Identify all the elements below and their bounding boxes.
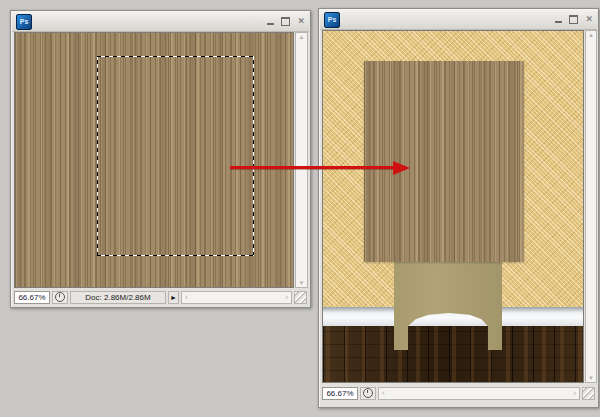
right-vertical-scrollbar[interactable]: ▲ ▼ [585, 30, 597, 383]
scroll-up-icon[interactable]: ▲ [298, 33, 306, 41]
left-titlebar[interactable]: Ps ✕ [12, 12, 309, 32]
minimize-icon[interactable] [267, 23, 274, 25]
scroll-left-icon[interactable]: ‹ [184, 292, 189, 303]
scroll-down-icon[interactable]: ▼ [298, 279, 306, 287]
right-statusbar: 66.67% ‹ › [320, 385, 597, 401]
right-titlebar[interactable]: Ps ✕ [320, 10, 597, 30]
left-vertical-scrollbar[interactable]: ▲ ▼ [295, 32, 308, 288]
clock-icon [363, 388, 373, 398]
app-logo-icon: Ps [16, 14, 32, 30]
source-texture-window: Ps ✕ ▲ ▼ 66.67% Doc: 2.86M/2.86M ► ‹ [10, 10, 311, 308]
wood-floor [323, 326, 584, 383]
resize-grip[interactable] [294, 291, 307, 304]
scroll-right-icon[interactable]: › [284, 292, 289, 303]
selection-marquee[interactable] [97, 56, 254, 256]
arrow-shaft [230, 166, 393, 169]
right-window-controls: ✕ [555, 15, 593, 24]
target-scene-window: Ps ✕ ▲ ▼ 66.67% [318, 8, 599, 408]
arrow-head-icon [393, 161, 410, 175]
status-clock-button[interactable] [52, 291, 68, 304]
right-canvas[interactable] [322, 30, 584, 383]
right-horizontal-scrollbar[interactable]: ‹ › [378, 387, 580, 400]
scroll-down-icon[interactable]: ▼ [587, 374, 595, 382]
clock-icon [55, 292, 65, 302]
left-statusbar: 66.67% Doc: 2.86M/2.86M ► ‹ › [12, 289, 309, 305]
scroll-up-icon[interactable]: ▲ [587, 31, 595, 39]
left-window-controls: ✕ [267, 17, 305, 26]
left-canvas[interactable] [14, 32, 294, 288]
zoom-level-field[interactable]: 66.67% [322, 387, 358, 400]
zoom-level-field[interactable]: 66.67% [14, 291, 50, 304]
left-horizontal-scrollbar[interactable]: ‹ › [181, 291, 292, 304]
maximize-icon[interactable] [569, 15, 578, 24]
pasted-wood-panel[interactable] [364, 61, 524, 262]
minimize-icon[interactable] [555, 21, 562, 23]
resize-grip[interactable] [582, 387, 595, 400]
maximize-icon[interactable] [281, 17, 290, 26]
scroll-left-icon[interactable]: ‹ [381, 388, 386, 399]
status-menu-button[interactable]: ► [168, 291, 179, 304]
doc-size-indicator: Doc: 2.86M/2.86M [70, 291, 166, 304]
desktop: Ps ✕ ▲ ▼ 66.67% Doc: 2.86M/2.86M ► ‹ [0, 0, 600, 417]
close-icon[interactable]: ✕ [585, 15, 593, 24]
close-icon[interactable]: ✕ [297, 17, 305, 26]
app-logo-icon: Ps [324, 12, 340, 28]
scroll-right-icon[interactable]: › [572, 388, 577, 399]
status-clock-button[interactable] [360, 387, 376, 400]
